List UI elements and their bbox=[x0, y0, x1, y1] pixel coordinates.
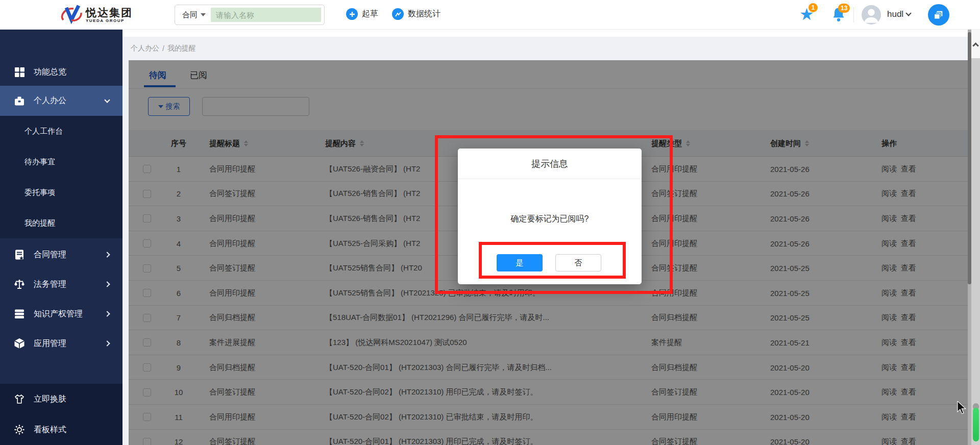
header-divider bbox=[853, 7, 854, 22]
stats-button[interactable]: 数据统计 bbox=[392, 8, 440, 20]
sidebar-item-overview[interactable]: 功能总览 bbox=[0, 57, 122, 87]
breadcrumb: 个人办公 / 我的提醒 bbox=[122, 37, 980, 60]
favorites-badge: 1 bbox=[808, 3, 818, 12]
sidebar-item-change-skin[interactable]: 立即换肤 bbox=[0, 384, 122, 414]
chevron-right-icon bbox=[104, 252, 110, 257]
chevron-down-icon bbox=[104, 97, 110, 103]
sidebar-item-label: 知识产权管理 bbox=[34, 309, 83, 319]
draft-button[interactable]: 起草 bbox=[346, 8, 378, 20]
avatar[interactable] bbox=[862, 5, 881, 24]
chart-icon bbox=[392, 8, 404, 20]
breadcrumb-parent[interactable]: 个人办公 bbox=[131, 44, 159, 53]
sidebar-item-label: 功能总览 bbox=[34, 67, 66, 78]
gear-icon bbox=[13, 424, 26, 436]
inner-scrollbar-thumb[interactable] bbox=[968, 32, 971, 284]
sidebar-item-label: 法务管理 bbox=[34, 279, 66, 290]
sidebar-item-ip-mgmt[interactable]: 知识产权管理 bbox=[0, 299, 122, 329]
sidebar-item-contract-mgmt[interactable]: 合同管理 bbox=[0, 240, 122, 269]
scrollbar-up-button[interactable] bbox=[971, 30, 980, 58]
chevron-right-icon bbox=[104, 340, 110, 346]
layers-icon bbox=[933, 9, 944, 20]
sidebar-item-legal-mgmt[interactable]: 法务管理 bbox=[0, 269, 122, 299]
sidebar-item-app-mgmt[interactable]: 应用管理 bbox=[0, 329, 122, 358]
outer-scrollbar-track[interactable] bbox=[971, 58, 980, 445]
notifications-badge: 13 bbox=[838, 4, 850, 13]
stats-label: 数据统计 bbox=[408, 9, 440, 19]
sidebar-item-todo[interactable]: 待办事宜 bbox=[0, 146, 122, 177]
outer-scrollbar-thumb[interactable] bbox=[973, 408, 979, 441]
sidebar-item-label: 看板样式 bbox=[34, 425, 66, 435]
tshirt-icon bbox=[13, 393, 26, 405]
header-search: 合同 bbox=[175, 5, 325, 25]
chevron-right-icon bbox=[104, 311, 110, 316]
mouse-cursor bbox=[957, 401, 969, 414]
breadcrumb-current: 我的提醒 bbox=[167, 44, 196, 53]
sidebar-item-personal-workbench[interactable]: 个人工作台 bbox=[0, 116, 122, 146]
draft-label: 起草 bbox=[362, 9, 378, 19]
sidebar-bottom-section: 立即换肤 看板样式 bbox=[0, 384, 122, 445]
user-menu[interactable]: hudl bbox=[887, 9, 911, 19]
plus-icon bbox=[346, 8, 358, 20]
scales-icon bbox=[13, 278, 26, 290]
app-window: 悦达集团 YUEDA GROUP 合同 起草 数据统计 ★ 1 13 bbox=[0, 0, 980, 445]
workspace-switcher-button[interactable] bbox=[928, 4, 949, 26]
chevron-right-icon bbox=[104, 281, 110, 287]
contract-icon bbox=[13, 249, 26, 261]
briefcase-icon bbox=[13, 95, 26, 107]
logo-subtext: YUEDA GROUP bbox=[86, 18, 133, 23]
sidebar-item-my-reminders[interactable]: 我的提醒 bbox=[0, 208, 122, 238]
stack-icon bbox=[13, 308, 26, 320]
logo: 悦达集团 YUEDA GROUP bbox=[60, 4, 133, 26]
notifications-button[interactable]: 13 bbox=[831, 7, 846, 25]
sidebar-item-label: 个人办公 bbox=[34, 95, 66, 106]
sidebar-item-delegation[interactable]: 委托事项 bbox=[0, 177, 122, 208]
username: hudl bbox=[887, 9, 903, 19]
search-category-dropdown[interactable]: 合同 bbox=[175, 10, 211, 20]
sidebar-item-personal-office[interactable]: 个人办公 bbox=[0, 86, 122, 116]
search-category-value: 合同 bbox=[182, 10, 198, 20]
sidebar-item-label: 立即换肤 bbox=[34, 394, 66, 405]
sidebar-item-board-style[interactable]: 看板样式 bbox=[0, 414, 122, 445]
sidebar: 功能总览 个人办公 个人工作台 待办事宜 委托事项 我的提醒 合同管理 bbox=[0, 30, 122, 445]
chevron-down-icon bbox=[905, 10, 911, 16]
favorites-button[interactable]: ★ 1 bbox=[799, 6, 814, 22]
sidebar-item-label: 应用管理 bbox=[34, 338, 66, 349]
logo-text: 悦达集团 bbox=[86, 7, 133, 18]
sidebar-submenu: 个人工作台 待办事宜 委托事项 我的提醒 bbox=[0, 116, 122, 238]
annotation-box-buttons bbox=[479, 242, 626, 279]
search-input[interactable] bbox=[211, 8, 321, 22]
chevron-down-icon bbox=[201, 13, 206, 16]
search-input-wrap bbox=[211, 8, 321, 22]
logo-mark-icon bbox=[60, 5, 83, 25]
person-icon bbox=[862, 5, 881, 24]
sidebar-item-label: 合同管理 bbox=[34, 250, 66, 260]
breadcrumb-separator: / bbox=[162, 44, 164, 53]
header-gap bbox=[122, 30, 980, 37]
cube-icon bbox=[13, 337, 26, 350]
grid-icon bbox=[13, 66, 26, 78]
chevron-up-icon bbox=[972, 42, 979, 49]
